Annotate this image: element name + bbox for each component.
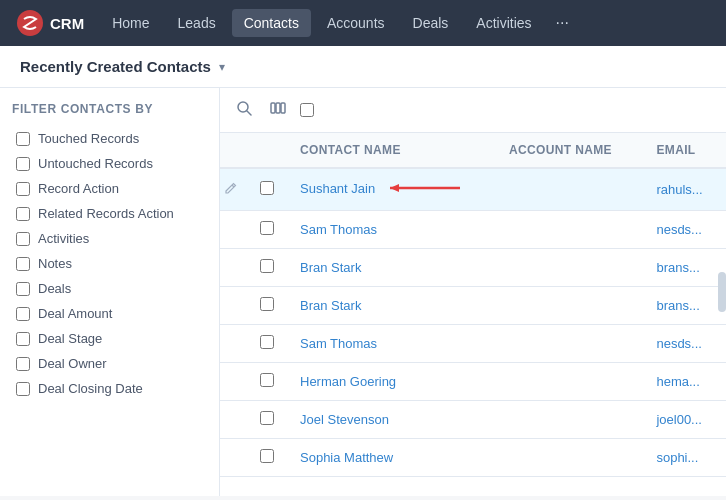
- row-checkbox-cell: [252, 439, 288, 477]
- filter-activities-checkbox[interactable]: [16, 232, 30, 246]
- edit-icon[interactable]: [224, 182, 238, 198]
- col-checkbox: [252, 133, 288, 168]
- contact-name-link[interactable]: Sam Thomas: [300, 336, 377, 351]
- filter-untouched-records[interactable]: Untouched Records: [12, 151, 207, 176]
- row-checkbox[interactable]: [260, 449, 274, 463]
- table-row: Sushant Jain rahuls...: [220, 168, 726, 211]
- contact-name-link[interactable]: Herman Goering: [300, 374, 396, 389]
- filter-record-action-checkbox[interactable]: [16, 182, 30, 196]
- contact-name-link[interactable]: Bran Stark: [300, 298, 361, 313]
- col-contact-name[interactable]: Contact Name: [288, 133, 497, 168]
- svg-marker-8: [390, 184, 399, 192]
- row-account-name: [497, 401, 644, 439]
- col-account-name[interactable]: Account Name: [497, 133, 644, 168]
- filter-touched-records[interactable]: Touched Records: [12, 126, 207, 151]
- row-action-cell: [220, 401, 252, 439]
- view-title: Recently Created Contacts: [20, 58, 211, 75]
- scroll-handle[interactable]: [718, 272, 726, 312]
- filter-untouched-records-checkbox[interactable]: [16, 157, 30, 171]
- filter-deal-amount[interactable]: Deal Amount: [12, 301, 207, 326]
- filter-deal-stage[interactable]: Deal Stage: [12, 326, 207, 351]
- row-account-name: [497, 287, 644, 325]
- filter-record-action[interactable]: Record Action: [12, 176, 207, 201]
- svg-line-2: [247, 111, 251, 115]
- row-checkbox-cell: [252, 211, 288, 249]
- table-row: Sam Thomasnesds...: [220, 325, 726, 363]
- row-account-name: [497, 363, 644, 401]
- row-action-cell: [220, 287, 252, 325]
- row-checkbox-cell: [252, 249, 288, 287]
- filter-activities-label: Activities: [38, 231, 89, 246]
- row-contact-name: Sophia Matthew: [288, 439, 497, 477]
- filter-deal-stage-checkbox[interactable]: [16, 332, 30, 346]
- row-checkbox[interactable]: [260, 335, 274, 349]
- contact-name-link[interactable]: Joel Stevenson: [300, 412, 389, 427]
- row-contact-name: Sushant Jain: [288, 168, 497, 211]
- row-action-cell: [220, 249, 252, 287]
- row-action-cell: [220, 363, 252, 401]
- filter-notes[interactable]: Notes: [12, 251, 207, 276]
- filter-activities[interactable]: Activities: [12, 226, 207, 251]
- nav-accounts[interactable]: Accounts: [315, 9, 397, 37]
- col-email[interactable]: Email: [644, 133, 726, 168]
- contact-name-link[interactable]: Sam Thomas: [300, 222, 377, 237]
- filter-deal-closing-date-checkbox[interactable]: [16, 382, 30, 396]
- row-checkbox[interactable]: [260, 373, 274, 387]
- filter-deal-amount-checkbox[interactable]: [16, 307, 30, 321]
- row-account-name: [497, 249, 644, 287]
- table-row: Joel Stevensonjoel00...: [220, 401, 726, 439]
- filter-deal-owner-checkbox[interactable]: [16, 357, 30, 371]
- row-action-cell: [220, 168, 252, 211]
- row-checkbox-cell: [252, 363, 288, 401]
- filter-touched-records-checkbox[interactable]: [16, 132, 30, 146]
- nav-more-menu[interactable]: ···: [548, 8, 577, 38]
- view-dropdown-arrow[interactable]: ▾: [219, 60, 225, 74]
- nav-leads[interactable]: Leads: [166, 9, 228, 37]
- app-name: CRM: [50, 15, 84, 32]
- nav-home[interactable]: Home: [100, 9, 161, 37]
- row-checkbox-cell: [252, 287, 288, 325]
- row-checkbox[interactable]: [260, 411, 274, 425]
- filter-notes-checkbox[interactable]: [16, 257, 30, 271]
- filter-deals[interactable]: Deals: [12, 276, 207, 301]
- row-email: hema...: [644, 363, 726, 401]
- col-actions: [220, 133, 252, 168]
- row-checkbox[interactable]: [260, 181, 274, 195]
- filter-deal-closing-date-label: Deal Closing Date: [38, 381, 143, 396]
- filter-deals-checkbox[interactable]: [16, 282, 30, 296]
- app-logo: CRM: [16, 9, 84, 37]
- table-row: Herman Goeringhema...: [220, 363, 726, 401]
- filter-touched-records-label: Touched Records: [38, 131, 139, 146]
- search-icon[interactable]: [232, 96, 256, 124]
- row-contact-name: Bran Stark: [288, 249, 497, 287]
- row-email: nesds...: [644, 325, 726, 363]
- nav-activities[interactable]: Activities: [464, 9, 543, 37]
- filter-deal-closing-date[interactable]: Deal Closing Date: [12, 376, 207, 401]
- row-email: brans...: [644, 249, 726, 287]
- contact-name-link[interactable]: Sushant Jain: [300, 181, 375, 196]
- filter-deal-stage-label: Deal Stage: [38, 331, 102, 346]
- svg-rect-3: [271, 103, 275, 113]
- row-checkbox[interactable]: [260, 221, 274, 235]
- row-contact-name: Joel Stevenson: [288, 401, 497, 439]
- contact-name-link[interactable]: Bran Stark: [300, 260, 361, 275]
- table-row: Bran Starkbrans...: [220, 249, 726, 287]
- row-checkbox[interactable]: [260, 297, 274, 311]
- main-layout: Filter Contacts by Touched Records Untou…: [0, 88, 726, 496]
- columns-icon[interactable]: [266, 96, 290, 124]
- sub-header: Recently Created Contacts ▾: [0, 46, 726, 88]
- filter-deal-amount-label: Deal Amount: [38, 306, 112, 321]
- filter-related-records-checkbox[interactable]: [16, 207, 30, 221]
- contact-name-link[interactable]: Sophia Matthew: [300, 450, 393, 465]
- row-action-cell: [220, 325, 252, 363]
- filter-deal-owner[interactable]: Deal Owner: [12, 351, 207, 376]
- nav-deals[interactable]: Deals: [401, 9, 461, 37]
- filter-notes-label: Notes: [38, 256, 72, 271]
- row-checkbox-cell: [252, 325, 288, 363]
- select-all-checkbox[interactable]: [300, 103, 314, 117]
- nav-contacts[interactable]: Contacts: [232, 9, 311, 37]
- annotation-arrow: [385, 179, 465, 200]
- row-action-cell: [220, 211, 252, 249]
- row-checkbox[interactable]: [260, 259, 274, 273]
- filter-related-records[interactable]: Related Records Action: [12, 201, 207, 226]
